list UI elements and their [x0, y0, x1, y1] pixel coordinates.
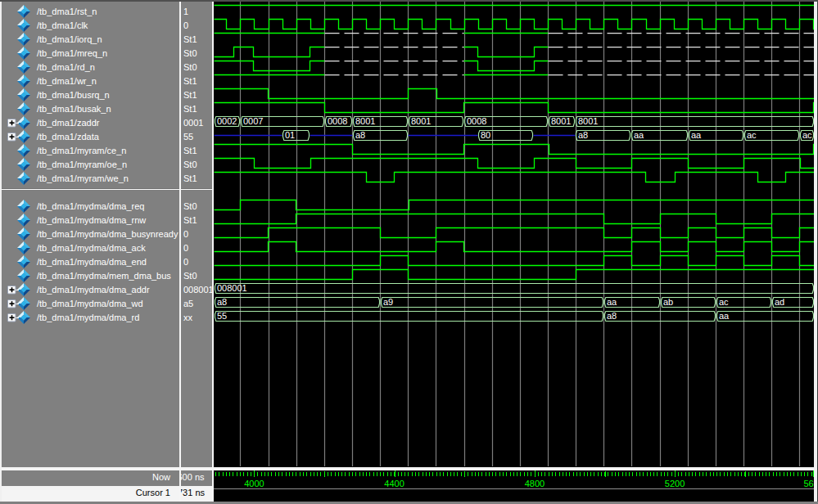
- svg-text:aa: aa: [607, 297, 617, 307]
- svg-text:aa: aa: [691, 130, 702, 140]
- svg-text:008001: 008001: [217, 283, 247, 293]
- svg-text:5200: 5200: [665, 479, 685, 488]
- svg-text:aa: aa: [719, 311, 730, 321]
- svg-text:8001: 8001: [578, 116, 598, 126]
- svg-text:a8: a8: [217, 297, 227, 307]
- svg-text:80: 80: [481, 130, 490, 140]
- svg-text:8001: 8001: [551, 116, 571, 126]
- svg-text:ac: ac: [747, 130, 757, 140]
- svg-text:8001: 8001: [355, 116, 375, 126]
- svg-text:0008: 0008: [467, 116, 486, 126]
- svg-text:4800: 4800: [525, 479, 545, 488]
- svg-text:a8: a8: [578, 130, 588, 140]
- svg-text:55: 55: [217, 311, 227, 321]
- svg-text:ad: ad: [775, 297, 784, 307]
- svg-text:4400: 4400: [384, 479, 404, 488]
- svg-text:4000: 4000: [244, 479, 264, 488]
- svg-text:ac: ac: [719, 297, 729, 307]
- svg-text:0008: 0008: [328, 116, 347, 126]
- svg-text:0002: 0002: [217, 116, 237, 126]
- svg-text:aa: aa: [634, 130, 644, 140]
- svg-text:56: 56: [804, 479, 814, 488]
- svg-text:a8: a8: [355, 130, 365, 140]
- svg-text:8001: 8001: [411, 116, 431, 126]
- svg-text:ac: ac: [802, 130, 812, 140]
- svg-text:0007: 0007: [243, 116, 263, 126]
- svg-text:a9: a9: [383, 297, 393, 307]
- svg-text:01: 01: [285, 130, 295, 140]
- svg-text:a8: a8: [607, 311, 617, 321]
- svg-text:ab: ab: [663, 297, 673, 307]
